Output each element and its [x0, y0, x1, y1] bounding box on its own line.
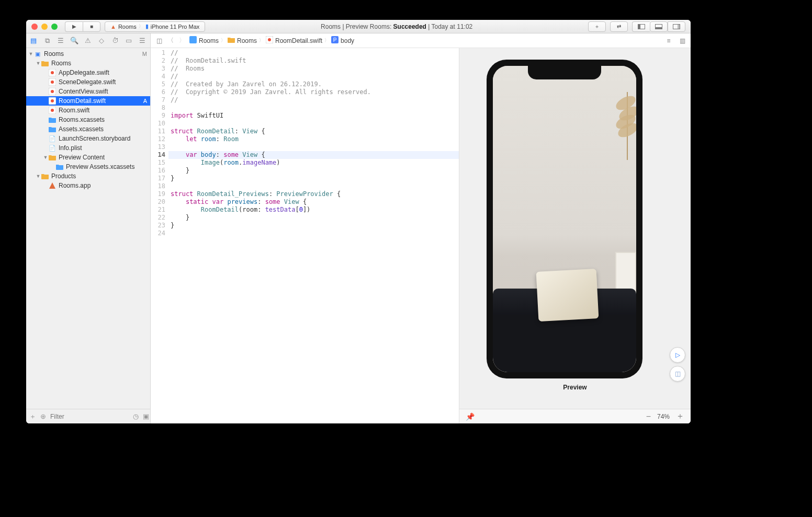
tree-row[interactable]: 📄Info.plist: [26, 143, 150, 153]
scm-filter-button[interactable]: ▣: [143, 412, 149, 420]
canvas-footer: 📌 − 74% ＋: [459, 409, 691, 423]
editor-area: ◫ 〈 〉 Rooms〉Rooms〉RoomDetail.swift〉Pbody…: [151, 33, 691, 423]
breadcrumb-item[interactable]: RoomDetail.swift: [266, 36, 322, 45]
tree-label: Assets.xcassets: [59, 125, 104, 133]
disclosure-icon[interactable]: ▼: [43, 155, 48, 160]
pillow: [536, 269, 599, 321]
code-body[interactable]: //// RoomDetail.swift// Rooms//// Create…: [168, 48, 459, 423]
stop-button[interactable]: ■: [83, 21, 100, 32]
library-button[interactable]: ＋: [588, 21, 606, 32]
disclosure-icon[interactable]: ▼: [28, 51, 33, 56]
report-navigator-tab[interactable]: ☰: [138, 37, 146, 45]
tree-label: Preview Content: [59, 154, 105, 161]
tree-row[interactable]: AppDelegate.swift: [26, 68, 150, 77]
toggle-inspector-button[interactable]: [668, 21, 685, 32]
breadcrumb-icon: [266, 36, 273, 45]
tree-row[interactable]: SceneDelegate.swift: [26, 77, 150, 87]
issue-navigator-tab[interactable]: ⚠: [84, 37, 92, 45]
disclosure-icon[interactable]: ▼: [36, 174, 41, 179]
breadcrumb-label: Rooms: [237, 37, 257, 44]
traffic-lights: [31, 24, 58, 30]
filter-input[interactable]: [50, 413, 129, 420]
scm-badge: A: [143, 98, 147, 104]
related-items-button[interactable]: ◫: [155, 37, 163, 45]
disclosure-icon[interactable]: ▼: [36, 61, 41, 66]
chevron-right-icon: 〉: [259, 37, 264, 44]
breadcrumb-item[interactable]: Pbody: [331, 36, 354, 45]
tree-row[interactable]: Rooms.xcassets: [26, 115, 150, 124]
app-icon: ▲: [110, 24, 116, 30]
toggle-navigator-button[interactable]: [632, 21, 650, 32]
project-tree[interactable]: ▼▣RoomsM▼RoomsAppDelegate.swiftSceneDele…: [26, 48, 150, 409]
project-navigator-tab[interactable]: ▤: [29, 37, 38, 45]
toolbar-right: ＋ ⇄: [588, 21, 685, 32]
symbol-navigator-tab[interactable]: ☰: [57, 37, 65, 45]
tree-label: AppDelegate.swift: [59, 69, 109, 76]
preview-canvas[interactable]: Preview ▷ ◫ 📌 − 74% ＋: [459, 48, 691, 423]
breadcrumb-item[interactable]: Rooms: [228, 37, 257, 44]
breadcrumb-item[interactable]: Rooms: [189, 36, 219, 45]
find-navigator-tab[interactable]: 🔍: [70, 37, 78, 45]
breadcrumb-icon: [189, 36, 197, 45]
minimap-button[interactable]: ≡: [664, 37, 673, 45]
code-editor[interactable]: 123456789101112131415161718192021222324 …: [151, 48, 459, 423]
titlebar: ▶ ■ ▲ Rooms 〉 ▮ iPhone 11 Pro Max Rooms …: [26, 20, 691, 33]
recent-filter-button[interactable]: ◷: [133, 412, 139, 420]
asset-icon: [48, 125, 57, 133]
pin-button[interactable]: 📌: [466, 412, 475, 421]
zoom-out-button[interactable]: −: [646, 412, 651, 421]
live-preview-button[interactable]: ▷: [670, 347, 685, 363]
tree-label: Info.plist: [59, 144, 82, 152]
tree-row[interactable]: ▼▣RoomsM: [26, 49, 150, 59]
swift-icon: [48, 87, 57, 96]
scheme-selector[interactable]: ▲ Rooms 〉 ▮ iPhone 11 Pro Max: [105, 21, 205, 32]
close-button[interactable]: [31, 24, 38, 30]
asset-icon: [48, 116, 57, 124]
status-result: Succeeded: [393, 23, 426, 30]
run-stop-group: ▶ ■: [65, 21, 100, 32]
test-navigator-tab[interactable]: ◇: [97, 37, 106, 45]
duplicate-preview-button[interactable]: ◫: [670, 366, 685, 382]
adjust-editor-button[interactable]: ▥: [678, 37, 686, 45]
svg-marker-10: [49, 182, 55, 189]
tree-label: Preview Assets.xcassets: [66, 163, 134, 170]
line-gutter: 123456789101112131415161718192021222324: [151, 48, 168, 423]
debug-navigator-tab[interactable]: ⏱: [111, 37, 119, 45]
forward-button[interactable]: 〉: [178, 37, 186, 45]
source-control-navigator-tab[interactable]: ⧉: [43, 37, 51, 45]
svg-point-9: [51, 109, 54, 112]
tree-row[interactable]: Preview Assets.xcassets: [26, 162, 150, 171]
jump-bar: ◫ 〈 〉 Rooms〉Rooms〉RoomDetail.swift〉Pbody…: [151, 33, 691, 48]
tree-row[interactable]: ▼Products: [26, 171, 150, 181]
scm-badge: M: [142, 51, 147, 57]
tree-row[interactable]: Room.swift: [26, 106, 150, 115]
chevron-right-icon: 〉: [221, 37, 225, 44]
minimize-button[interactable]: [41, 24, 48, 30]
navigator-panel: ▤ ⧉ ☰ 🔍 ⚠ ◇ ⏱ ▭ ☰ ▼▣RoomsM▼RoomsAppDeleg…: [26, 33, 151, 423]
swift-icon: [48, 68, 57, 77]
tree-row[interactable]: RoomDetail.swiftA: [26, 96, 150, 106]
back-button[interactable]: 〈: [166, 37, 175, 45]
scheme-device: iPhone 11 Pro Max: [151, 24, 200, 30]
breadcrumb-label: Rooms: [199, 37, 219, 44]
review-button[interactable]: ⇄: [610, 21, 628, 32]
zoom-level: 74%: [657, 413, 670, 420]
breakpoint-navigator-tab[interactable]: ▭: [125, 37, 133, 45]
tree-row[interactable]: Rooms.app: [26, 181, 150, 190]
svg-point-5: [51, 90, 54, 93]
zoom-in-button[interactable]: ＋: [676, 411, 684, 422]
tree-row[interactable]: ▼Preview Content: [26, 153, 150, 162]
project-icon: ▣: [33, 50, 42, 58]
tree-row[interactable]: 📄LaunchScreen.storyboard: [26, 134, 150, 143]
plist-icon: 📄: [48, 144, 57, 152]
tree-label: LaunchScreen.storyboard: [59, 135, 130, 142]
tree-row[interactable]: ContentView.swift: [26, 87, 150, 96]
zoom-button[interactable]: [51, 24, 58, 30]
tree-row[interactable]: ▼Rooms: [26, 59, 150, 68]
folder-icon: [48, 153, 57, 162]
tree-row[interactable]: Assets.xcassets: [26, 124, 150, 134]
add-button[interactable]: ＋: [29, 412, 36, 421]
toggle-debug-button[interactable]: [650, 21, 668, 32]
phone-notch: [528, 66, 601, 79]
run-button[interactable]: ▶: [65, 21, 83, 32]
